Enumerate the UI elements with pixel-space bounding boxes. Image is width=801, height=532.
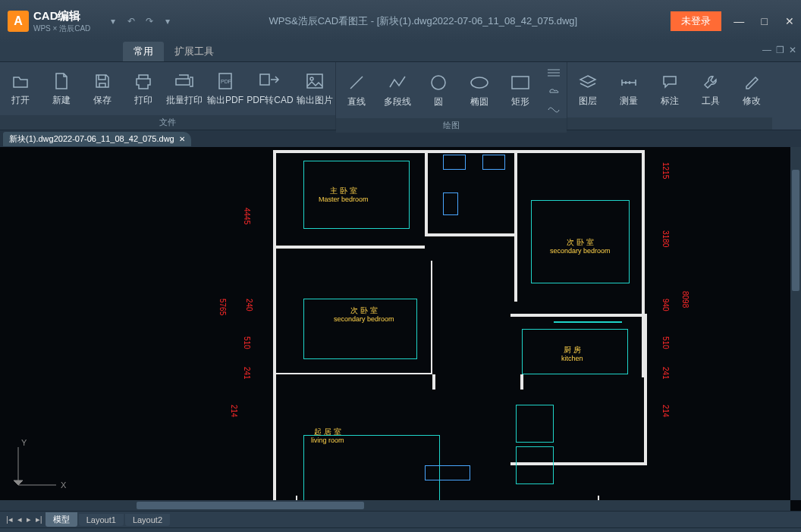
- status-bar: 272.9653, 506.0288, 0 ✥ 🔍 ✛ ▦ ⊞ ⛶: [0, 527, 801, 532]
- mdi-restore-icon[interactable]: ❐: [776, 45, 784, 55]
- maximize-button[interactable]: □: [753, 15, 776, 27]
- polyline-button[interactable]: 多段线: [377, 73, 418, 108]
- ucs-x-label: X: [61, 480, 66, 490]
- svg-point-6: [471, 77, 488, 88]
- dim-8: 8098: [681, 291, 689, 308]
- measure-label: 测量: [620, 95, 638, 108]
- annotate-button[interactable]: 标注: [649, 72, 690, 108]
- pdf-to-cad-button[interactable]: PDF转CAD: [246, 71, 294, 107]
- print-button[interactable]: 打印: [123, 71, 164, 107]
- mdi-close-icon[interactable]: ✕: [789, 45, 796, 55]
- save-label: 保存: [93, 94, 112, 107]
- ucs-indicator: X Y: [11, 441, 64, 496]
- ribbon: 打开 新建 保存 打印 批量打印 PDF输出PDF PDF转CAD 输出图片 文…: [0, 62, 801, 130]
- document-tab-label: 新块(1).dwg2022-07-06_11_08_42_075.dwg: [9, 133, 174, 145]
- svg-point-5: [432, 76, 445, 89]
- window-controls: — □ ✕: [727, 15, 801, 27]
- dim-12: 214: [661, 405, 670, 418]
- cloud-icon[interactable]: [545, 83, 562, 98]
- polyline-label: 多段线: [384, 95, 411, 108]
- hatch-icon[interactable]: [545, 65, 562, 80]
- mdi-minimize-icon[interactable]: —: [762, 45, 771, 55]
- vscroll-thumb[interactable]: [792, 170, 799, 291]
- horizontal-scrollbar[interactable]: [0, 500, 790, 511]
- ellipse-button[interactable]: 椭圆: [459, 73, 500, 108]
- ribbon-tabstrip: 常用 扩展工具 — ❐ ✕: [0, 42, 801, 62]
- tab-extensions[interactable]: 扩展工具: [164, 42, 225, 61]
- dim-6: 1215: [661, 162, 670, 179]
- layout-tab-model[interactable]: 模型: [46, 512, 77, 527]
- draw-extra-column: [541, 62, 567, 118]
- app-logo: A: [8, 11, 29, 32]
- line-button[interactable]: 直线: [336, 73, 377, 108]
- layout-tab-1[interactable]: Layout1: [79, 514, 124, 526]
- label-master-cn: 主 卧 室: [330, 186, 357, 195]
- modify-button[interactable]: 修改: [731, 72, 772, 108]
- redo-icon[interactable]: ↷: [142, 14, 157, 29]
- circle-button[interactable]: 圆: [418, 73, 459, 108]
- line-label: 直线: [347, 95, 366, 108]
- dim-1: 5765: [218, 299, 227, 315]
- app-title-block: CAD编辑 WPS × 浩辰CAD: [33, 9, 90, 34]
- close-button[interactable]: ✕: [778, 15, 801, 27]
- layout-first-icon[interactable]: |◂: [5, 515, 14, 524]
- document-tab-row: 新块(1).dwg2022-07-06_11_08_42_075.dwg ✕: [0, 130, 801, 147]
- batch-print-label: 批量打印: [166, 94, 203, 107]
- label-master-en: Master bedroom: [319, 196, 369, 204]
- tools-label: 工具: [702, 95, 720, 108]
- dim-10: 510: [661, 336, 670, 349]
- svg-point-4: [310, 77, 313, 80]
- window-title: WPS&浩辰CAD看图王 - [新块(1).dwg2022-07-06_11_0…: [175, 14, 671, 28]
- app-title: CAD编辑: [33, 9, 90, 23]
- ribbon-group-file: 打开 新建 保存 打印 批量打印 PDF输出PDF PDF转CAD 输出图片 文…: [0, 62, 336, 130]
- layout-prev-icon[interactable]: ◂: [16, 515, 24, 524]
- document-tab-close-icon[interactable]: ✕: [179, 135, 185, 143]
- export-image-button[interactable]: 输出图片: [294, 71, 335, 107]
- tools-button[interactable]: 工具: [690, 72, 731, 108]
- dim-7: 3180: [661, 230, 670, 247]
- layout-next-icon[interactable]: ▸: [25, 515, 33, 524]
- login-button[interactable]: 未登录: [671, 11, 721, 31]
- label-sec1-cn: 次 卧 室: [567, 238, 594, 246]
- document-tab[interactable]: 新块(1).dwg2022-07-06_11_08_42_075.dwg ✕: [3, 132, 191, 146]
- circle-label: 圆: [434, 95, 443, 108]
- layout-tab-2[interactable]: Layout2: [125, 514, 170, 526]
- dim-4: 510: [243, 336, 251, 349]
- open-button[interactable]: 打开: [0, 71, 41, 107]
- export-image-label: 输出图片: [297, 94, 333, 107]
- layer-button[interactable]: 图层: [567, 72, 608, 108]
- rect-label: 矩形: [511, 95, 529, 108]
- measure-button[interactable]: 测量: [608, 72, 649, 108]
- ribbon-group-right: 图层 测量 标注 工具 修改: [567, 62, 772, 130]
- dim-5: 241: [243, 367, 251, 380]
- rect-button[interactable]: 矩形: [500, 73, 541, 108]
- batch-print-button[interactable]: 批量打印: [164, 71, 205, 107]
- quick-access-toolbar: ▾ ↶ ↷ ▾: [105, 14, 175, 29]
- svg-rect-3: [307, 74, 322, 88]
- layout-last-icon[interactable]: ▸|: [34, 515, 44, 524]
- label-living-cn: 起 居 室: [314, 427, 341, 436]
- dim-3: 240: [245, 299, 253, 311]
- svg-rect-7: [512, 77, 529, 89]
- tab-common[interactable]: 常用: [123, 42, 164, 61]
- svg-text:PDF: PDF: [221, 79, 231, 84]
- minimize-button[interactable]: —: [727, 15, 750, 27]
- save-button[interactable]: 保存: [82, 71, 123, 107]
- group-draw-label: 绘图: [336, 118, 567, 133]
- ellipse-label: 椭圆: [470, 95, 488, 108]
- label-sec1-en: secondary bedroom: [550, 247, 611, 255]
- floor-plan: 主 卧 室Master bedroom 次 卧 室secondary bedro…: [0, 147, 801, 511]
- qat-menu-icon[interactable]: ▾: [105, 14, 121, 29]
- svg-rect-2: [260, 74, 269, 85]
- hscroll-thumb[interactable]: [137, 502, 364, 509]
- dim-2: 214: [230, 405, 238, 418]
- export-pdf-button[interactable]: PDF输出PDF: [205, 71, 246, 107]
- spline-icon[interactable]: [545, 100, 562, 115]
- qat-more-icon[interactable]: ▾: [160, 14, 175, 29]
- new-button[interactable]: 新建: [41, 71, 82, 107]
- export-pdf-label: 输出PDF: [207, 94, 243, 107]
- undo-icon[interactable]: ↶: [124, 14, 139, 29]
- drawing-canvas[interactable]: 主 卧 室Master bedroom 次 卧 室secondary bedro…: [0, 147, 801, 511]
- vertical-scrollbar[interactable]: [790, 147, 801, 500]
- group-right-label: [567, 117, 772, 130]
